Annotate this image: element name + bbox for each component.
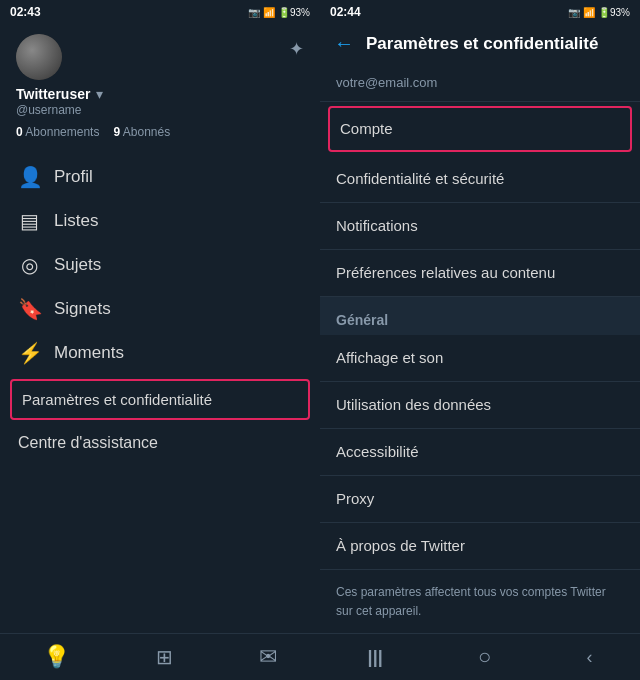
avatar[interactable] — [16, 34, 62, 80]
following-stat: 0 Abonnements — [16, 125, 99, 139]
email-value: votre@email.com — [336, 75, 437, 90]
signets-icon: 🔖 — [18, 297, 40, 321]
settings-apropos[interactable]: À propos de Twitter — [320, 523, 640, 570]
nav-label-moments: Moments — [54, 343, 124, 363]
settings-affichage[interactable]: Affichage et son — [320, 335, 640, 382]
camera-icon-right: 📷 — [568, 7, 580, 18]
moments-icon: ⚡ — [18, 341, 40, 365]
left-bottom-bar: 💡 ⊞ ✉ — [0, 633, 320, 680]
signal-icon: 📶 — [263, 7, 275, 18]
right-panel: 02:44 📷 📶 🔋93% ← Paramètres et confident… — [320, 0, 640, 680]
section-general-header: Général — [320, 297, 640, 335]
status-icons-right: 📷 📶 🔋93% — [568, 7, 630, 18]
top-header: ← Paramètres et confidentialité — [320, 24, 640, 65]
settings-preferences[interactable]: Préférences relatives au contenu — [320, 250, 640, 297]
affichage-label: Affichage et son — [336, 349, 443, 366]
followers-label: Abonnés — [123, 125, 170, 139]
settings-utilisation[interactable]: Utilisation des données — [320, 382, 640, 429]
nav-label-signets: Signets — [54, 299, 111, 319]
following-label: Abonnements — [25, 125, 99, 139]
nav-label-parametres: Paramètres et confidentialité — [22, 391, 212, 408]
settings-list: votre@email.com Compte Confidentialité e… — [320, 65, 640, 633]
circle-gesture-icon[interactable]: ○ — [478, 644, 491, 670]
nav-item-profil[interactable]: 👤 Profil — [0, 155, 320, 199]
time-left: 02:43 — [10, 5, 41, 19]
sparkle-icon: ✦ — [289, 38, 304, 60]
home-gesture-icon[interactable]: ||| — [368, 647, 383, 668]
accessibilite-label: Accessibilité — [336, 443, 419, 460]
battery-icon-right: 🔋93% — [598, 7, 630, 18]
notifications-label: Notifications — [336, 217, 418, 234]
settings-compte[interactable]: Compte — [328, 106, 632, 152]
footer-text: Ces paramètres affectent tous vos compte… — [336, 585, 606, 618]
nav-label-listes: Listes — [54, 211, 98, 231]
settings-confidentialite[interactable]: Confidentialité et sécurité — [320, 156, 640, 203]
email-item: votre@email.com — [320, 65, 640, 102]
compte-label: Compte — [340, 120, 393, 137]
nav-item-sujets[interactable]: ◎ Sujets — [0, 243, 320, 287]
status-bar-right: 02:44 📷 📶 🔋93% — [320, 0, 640, 24]
nav-item-signets[interactable]: 🔖 Signets — [0, 287, 320, 331]
followers-count: 9 — [113, 125, 120, 139]
back-gesture-icon[interactable]: ‹ — [586, 647, 592, 668]
nav-item-centre[interactable]: Centre d'assistance — [0, 424, 320, 462]
nav-label-sujets: Sujets — [54, 255, 101, 275]
username: Twitteruser — [16, 86, 90, 102]
nav-item-moments[interactable]: ⚡ Moments — [0, 331, 320, 375]
mail-icon[interactable]: ✉ — [259, 644, 277, 670]
camera-icon: 📷 — [248, 7, 260, 18]
proxy-label: Proxy — [336, 490, 374, 507]
chevron-down-icon[interactable]: ▾ — [96, 86, 103, 102]
following-count: 0 — [16, 125, 23, 139]
utilisation-label: Utilisation des données — [336, 396, 491, 413]
profile-section: ✦ Twitteruser ▾ @username 0 Abonnements … — [0, 24, 320, 145]
back-button[interactable]: ← — [334, 32, 354, 55]
settings-accessibilite[interactable]: Accessibilité — [320, 429, 640, 476]
left-panel: 02:43 📷 📶 🔋93% ✦ Twitteruser ▾ @username… — [0, 0, 320, 680]
status-bar-left: 02:43 📷 📶 🔋93% — [0, 0, 320, 24]
nav-item-listes[interactable]: ▤ Listes — [0, 199, 320, 243]
settings-notifications[interactable]: Notifications — [320, 203, 640, 250]
settings-proxy[interactable]: Proxy — [320, 476, 640, 523]
signal-icon-right: 📶 — [583, 7, 595, 18]
profil-icon: 👤 — [18, 165, 40, 189]
nav-label-centre: Centre d'assistance — [18, 434, 158, 452]
sujets-icon: ◎ — [18, 253, 40, 277]
followers-stat: 9 Abonnés — [113, 125, 170, 139]
page-title: Paramètres et confidentialité — [366, 34, 598, 54]
bulb-icon[interactable]: 💡 — [43, 644, 70, 670]
battery-icon: 🔋93% — [278, 7, 310, 18]
nav-label-profil: Profil — [54, 167, 93, 187]
nav-item-parametres[interactable]: Paramètres et confidentialité — [10, 379, 310, 420]
follow-stats: 0 Abonnements 9 Abonnés — [16, 125, 304, 139]
right-bottom-bar: ||| ○ ‹ — [320, 633, 640, 680]
section-general-label: Général — [336, 312, 388, 328]
qr-icon[interactable]: ⊞ — [156, 645, 173, 669]
time-right: 02:44 — [330, 5, 361, 19]
user-handle: @username — [16, 103, 304, 117]
footer-note: Ces paramètres affectent tous vos compte… — [320, 570, 640, 632]
preferences-label: Préférences relatives au contenu — [336, 264, 555, 281]
listes-icon: ▤ — [18, 209, 40, 233]
nav-items: 👤 Profil ▤ Listes ◎ Sujets 🔖 Signets ⚡ M… — [0, 155, 320, 633]
confidentialite-label: Confidentialité et sécurité — [336, 170, 504, 187]
status-icons-left: 📷 📶 🔋93% — [248, 7, 310, 18]
apropos-label: À propos de Twitter — [336, 537, 465, 554]
username-row: Twitteruser ▾ — [16, 86, 304, 102]
